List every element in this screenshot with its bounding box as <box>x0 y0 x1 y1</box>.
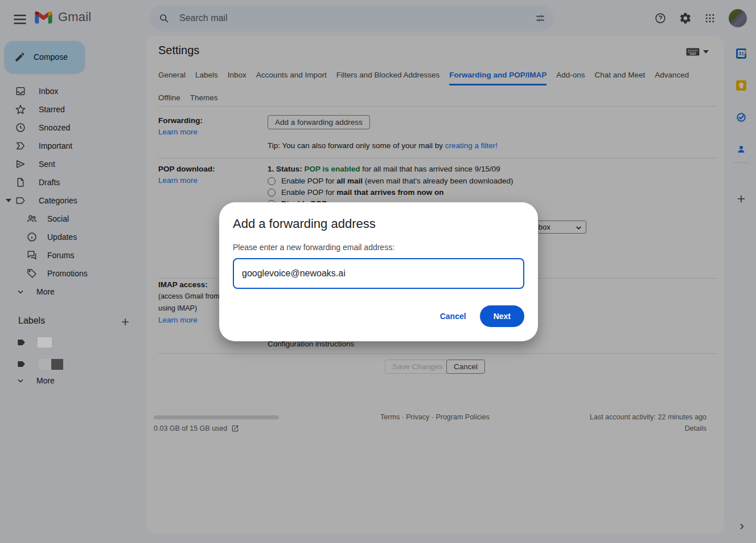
redacted-label-name <box>39 359 51 370</box>
dialog-next-button[interactable]: Next <box>480 305 524 327</box>
dialog-cancel-button[interactable]: Cancel <box>440 312 466 321</box>
redacted-label-name <box>38 337 52 348</box>
dialog-actions: Cancel Next <box>440 305 524 327</box>
dialog-prompt: Please enter a new forwarding email addr… <box>233 243 395 252</box>
add-forwarding-address-dialog: Add a forwarding address Please enter a … <box>219 202 538 341</box>
dialog-title: Add a forwarding address <box>233 217 376 231</box>
redacted-label-name <box>51 359 63 370</box>
forwarding-email-input[interactable] <box>233 258 524 289</box>
